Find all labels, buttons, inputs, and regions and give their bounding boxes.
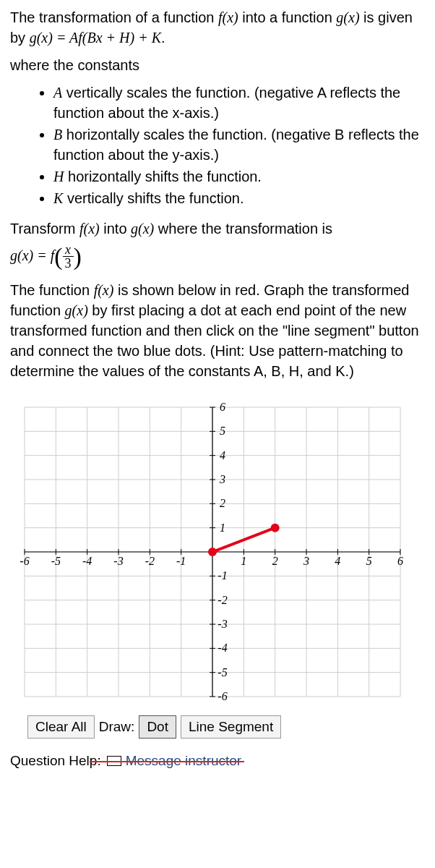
line-segment-button[interactable]: Line Segment [181,715,281,739]
paren-left: ( [54,243,62,270]
svg-text:-5: -5 [218,666,227,678]
svg-text:-4: -4 [218,642,227,654]
svg-text:1: 1 [241,555,246,567]
equation-2: g(x) = f(x3) [10,243,425,270]
math-g: g(x) [336,9,359,25]
graph-toolbar: Clear All Draw: Dot Line Segment [27,715,425,739]
bullet-b: B horizontally scales the function. (neg… [53,124,425,165]
bullet-a: A A vertically scales the function. (neg… [53,82,425,123]
text: The transformation of a function [10,9,218,25]
strike-overlay [90,761,245,762]
svg-text:-4: -4 [82,555,92,567]
svg-point-77 [208,548,217,556]
math-f: f(x) [94,282,114,298]
clear-all-button[interactable]: Clear All [27,715,95,739]
question-help: Question Help: Message instructor [10,752,425,771]
paren-right: ) [74,243,82,270]
svg-text:2: 2 [272,555,278,567]
dot-button[interactable]: Dot [139,715,176,739]
bullet-h: H horizontally shifts the function. [53,166,425,187]
text: into [100,221,131,237]
svg-text:-2: -2 [218,594,227,606]
svg-text:2: 2 [220,497,225,509]
svg-point-78 [271,524,280,532]
text: Transform [10,221,79,237]
svg-text:1: 1 [220,522,225,534]
svg-text:6: 6 [220,401,225,413]
math-f: f(x) [218,9,238,25]
svg-text:-2: -2 [145,555,155,567]
svg-text:5: 5 [366,555,372,567]
question-help-label: Question Help: [10,752,101,771]
graph-svg[interactable]: -6-5-4-3-2-1123456-6-5-4-3-2-1123456 [10,393,415,711]
numerator: x [63,243,74,257]
text: The function [10,282,94,298]
svg-text:4: 4 [335,555,340,567]
svg-text:-1: -1 [218,569,227,582]
svg-text:5: 5 [220,425,225,437]
equation-1: g(x) = Af(Bx + H) + K [30,30,161,46]
constants-list: A A vertically scales the function. (neg… [10,82,425,208]
bullet-k: K vertically shifts the function. [53,188,425,208]
svg-text:-6: -6 [218,690,227,702]
svg-text:3: 3 [219,473,225,485]
draw-label: Draw: [99,718,135,737]
svg-text:-3: -3 [113,555,123,567]
transform-paragraph: Transform f(x) into g(x) where the trans… [10,218,425,239]
math-g: g(x) [131,221,154,237]
svg-text:-6: -6 [20,555,29,567]
eq2-lhs: g(x) = f [10,247,54,263]
text: into a function [238,9,337,25]
svg-text:-5: -5 [51,555,61,567]
intro-paragraph: The transformation of a function f(x) in… [10,7,425,48]
svg-text:-1: -1 [176,555,186,567]
svg-text:6: 6 [397,555,403,567]
math-f: f(x) [79,221,100,237]
instructions-paragraph: The function f(x) is shown below in red.… [10,280,425,381]
svg-text:-3: -3 [218,618,227,630]
fraction: x3 [63,243,74,270]
text: where the transformation is [154,221,332,237]
svg-text:4: 4 [220,449,225,461]
math-g: g(x) [65,302,88,318]
where-label: where the constants [10,55,425,75]
text: . [161,30,165,46]
svg-text:3: 3 [303,555,309,567]
graph-canvas[interactable]: -6-5-4-3-2-1123456-6-5-4-3-2-1123456 [10,393,425,711]
denominator: 3 [63,257,74,270]
